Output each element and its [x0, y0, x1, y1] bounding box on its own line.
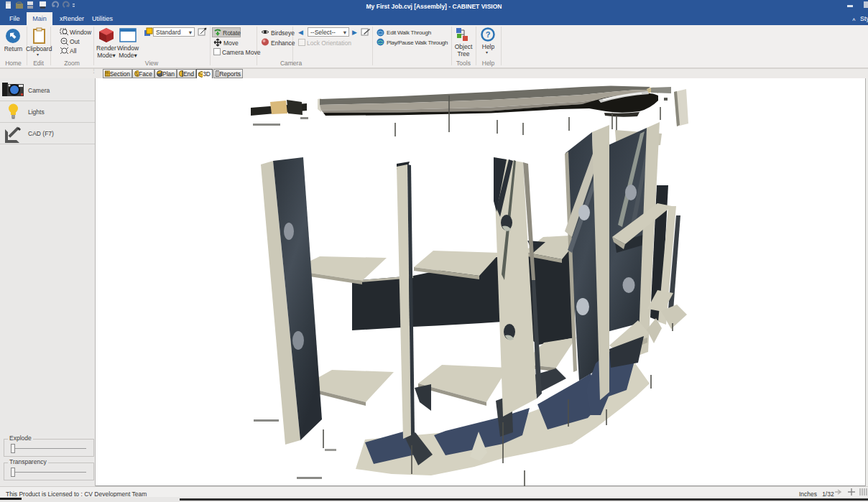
- svg-text:?: ?: [486, 30, 491, 39]
